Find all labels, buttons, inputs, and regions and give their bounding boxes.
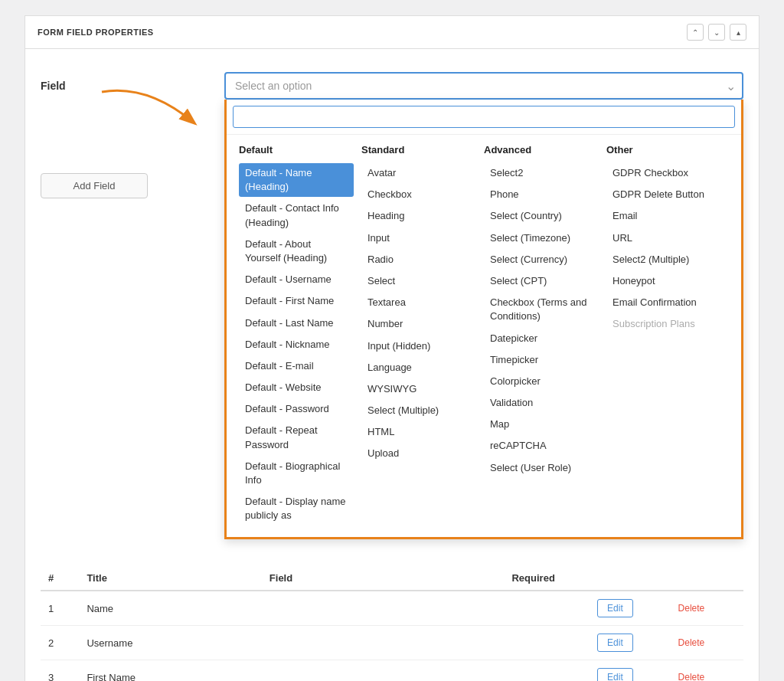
dropdown-item[interactable]: Select (Country) bbox=[484, 206, 599, 226]
dropdown-item[interactable]: Language bbox=[361, 358, 476, 378]
dropdown-item[interactable]: Default - Website bbox=[239, 378, 354, 398]
dropdown-item[interactable]: Validation bbox=[484, 393, 599, 413]
form-field-properties-panel: FORM FIELD PROPERTIES ⌃ ⌄ ▴ Field bbox=[24, 15, 760, 681]
dropdown-item[interactable]: Select (User Role) bbox=[484, 458, 599, 478]
delete-button[interactable]: Delete bbox=[672, 669, 711, 681]
dropdown-item[interactable]: Heading bbox=[361, 206, 476, 226]
field-select-wrapper: Select an option ⌄ Default Default - Nam… bbox=[224, 72, 743, 100]
dropdown-item[interactable]: Default - Name (Heading) bbox=[239, 163, 354, 197]
dropdown-item[interactable]: Avatar bbox=[361, 163, 476, 183]
dropdown-item-email-confirmation[interactable]: Email Confirmation bbox=[606, 293, 721, 313]
dropdown-item[interactable]: Upload bbox=[361, 444, 476, 463]
col-edit bbox=[590, 566, 665, 591]
dropdown-item[interactable]: Default - About Yourself (Heading) bbox=[239, 234, 354, 268]
dropdown-item[interactable]: Checkbox (Terms and Conditions) bbox=[484, 293, 599, 326]
dropdown-item[interactable]: Checkbox bbox=[361, 185, 476, 205]
row-delete-cell: Delete bbox=[665, 591, 743, 626]
dropdown-col-standard: Standard Avatar Checkbox Heading Input R… bbox=[361, 144, 484, 528]
dropdown-item[interactable]: HTML bbox=[361, 422, 476, 442]
dropdown-item[interactable]: Input (Hidden) bbox=[361, 336, 476, 356]
arrow-annotation bbox=[87, 84, 240, 146]
dropdown-item[interactable]: Textarea bbox=[361, 293, 476, 313]
dropdown-item[interactable]: Select2 bbox=[484, 163, 599, 183]
dropdown-item[interactable]: Map bbox=[484, 414, 599, 434]
dropdown-col-advanced: Advanced Select2 Phone Select (Country) … bbox=[484, 144, 606, 528]
dropdown-item[interactable]: GDPR Delete Button bbox=[606, 185, 721, 205]
row-delete-cell: Delete bbox=[665, 626, 743, 660]
main-content: Select an option ⌄ Default Default - Nam… bbox=[224, 72, 743, 198]
dropdown-item[interactable]: Number bbox=[361, 314, 476, 334]
dropdown-item[interactable]: Default - Nickname bbox=[239, 335, 354, 355]
dropdown-item[interactable]: Radio bbox=[361, 250, 476, 270]
dropdown-item[interactable]: Default - Contact Info (Heading) bbox=[239, 198, 354, 232]
dropdown-item[interactable]: Datepicker bbox=[484, 329, 599, 349]
row-field bbox=[262, 660, 505, 682]
dropdown-item[interactable]: Select (Timezone) bbox=[484, 228, 599, 248]
dropdown-item[interactable]: Timepicker bbox=[484, 350, 599, 370]
row-required bbox=[504, 591, 590, 626]
col-delete bbox=[665, 566, 743, 591]
dropdown-item[interactable]: Default - E-mail bbox=[239, 356, 354, 376]
delete-button[interactable]: Delete bbox=[672, 600, 711, 617]
row-num: 3 bbox=[41, 660, 79, 682]
panel-body: Field Add Field Select bbox=[25, 49, 759, 214]
row-field bbox=[262, 626, 505, 660]
dropdown-search bbox=[227, 100, 741, 135]
dropdown-item[interactable]: URL bbox=[606, 228, 721, 248]
default-col-header: Default bbox=[239, 144, 354, 156]
add-field-button[interactable]: Add Field bbox=[41, 173, 148, 198]
row-title: Name bbox=[79, 591, 261, 626]
field-select[interactable]: Select an option bbox=[224, 72, 743, 100]
standard-col-header: Standard bbox=[361, 144, 476, 156]
dropdown-item[interactable]: WYSIWYG bbox=[361, 379, 476, 399]
dropdown-item[interactable]: Select bbox=[361, 271, 476, 291]
dropdown-item[interactable]: Select (Currency) bbox=[484, 250, 599, 270]
dropdown-item[interactable]: Default - Username bbox=[239, 270, 354, 290]
dropdown-item[interactable]: GDPR Checkbox bbox=[606, 163, 721, 183]
col-title: Title bbox=[79, 566, 261, 591]
dropdown-item[interactable]: Select (Multiple) bbox=[361, 401, 476, 421]
row-required bbox=[504, 660, 590, 682]
edit-button[interactable]: Edit bbox=[597, 634, 633, 652]
row-required bbox=[504, 626, 590, 660]
table-row: 2 Username Edit Delete bbox=[41, 626, 743, 660]
expand-button[interactable]: ▴ bbox=[730, 24, 746, 41]
collapse-down-button[interactable]: ⌄ bbox=[708, 24, 725, 41]
advanced-col-header: Advanced bbox=[484, 144, 599, 156]
edit-button[interactable]: Edit bbox=[597, 599, 633, 617]
dropdown-item[interactable]: Select2 (Multiple) bbox=[606, 250, 721, 270]
dropdown-item[interactable]: Default - Password bbox=[239, 399, 354, 419]
dropdown-item[interactable]: Input bbox=[361, 228, 476, 248]
dropdown-search-input[interactable] bbox=[233, 106, 735, 128]
row-edit-cell: Edit bbox=[590, 660, 665, 682]
dropdown-item[interactable]: Default - Display name publicly as bbox=[239, 492, 354, 525]
table-section: # Title Field Required 1 Name Edit Delet… bbox=[25, 566, 759, 681]
col-num: # bbox=[41, 566, 79, 591]
dropdown-item-subscription-plans: Subscription Plans bbox=[606, 314, 721, 334]
panel-header: FORM FIELD PROPERTIES ⌃ ⌄ ▴ bbox=[25, 16, 759, 49]
dropdown-item[interactable]: Default - Last Name bbox=[239, 313, 354, 333]
row-title: Username bbox=[79, 626, 261, 660]
dropdown-item[interactable]: Default - Biographical Info bbox=[239, 457, 354, 490]
dropdown-item[interactable]: Default - First Name bbox=[239, 291, 354, 311]
panel-title: FORM FIELD PROPERTIES bbox=[38, 28, 154, 37]
row-edit-cell: Edit bbox=[590, 626, 665, 660]
dropdown-item[interactable]: Email bbox=[606, 206, 721, 226]
row-edit-cell: Edit bbox=[590, 591, 665, 626]
row-field bbox=[262, 591, 505, 626]
edit-button[interactable]: Edit bbox=[597, 668, 633, 681]
dropdown-item[interactable]: Phone bbox=[484, 185, 599, 205]
col-required: Required bbox=[504, 566, 590, 591]
col-field: Field bbox=[262, 566, 505, 591]
delete-button[interactable]: Delete bbox=[672, 634, 711, 651]
dropdown-col-other: Other GDPR Checkbox GDPR Delete Button E… bbox=[606, 144, 729, 528]
dropdown-item[interactable]: Select (CPT) bbox=[484, 271, 599, 291]
row-num: 1 bbox=[41, 591, 79, 626]
other-col-header: Other bbox=[606, 144, 721, 156]
dropdown-item[interactable]: reCAPTCHA bbox=[484, 436, 599, 456]
dropdown-container: Default Default - Name (Heading) Default… bbox=[224, 100, 743, 539]
dropdown-item[interactable]: Default - Repeat Password bbox=[239, 421, 354, 454]
collapse-up-button[interactable]: ⌃ bbox=[687, 24, 704, 41]
dropdown-item-honeypot[interactable]: Honeypot bbox=[606, 271, 721, 291]
dropdown-item[interactable]: Colorpicker bbox=[484, 372, 599, 391]
